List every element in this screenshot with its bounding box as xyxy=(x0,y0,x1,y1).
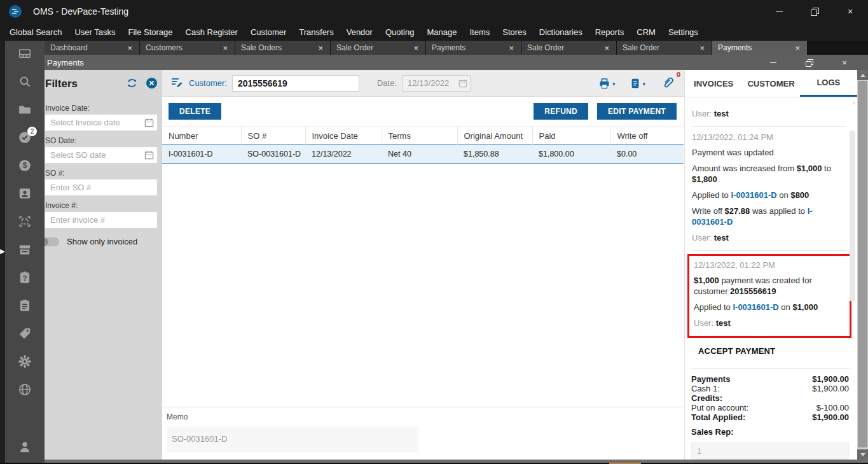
settings-gear-icon[interactable] xyxy=(18,355,32,369)
help-clipboard-icon[interactable]: ? xyxy=(18,271,32,285)
menu-item-global-search[interactable]: Global Search xyxy=(3,27,68,37)
tab-sale-order-3[interactable]: Sale Order× xyxy=(617,41,712,55)
export-dropdown-caret-icon[interactable]: ▾ xyxy=(642,81,645,90)
tab-close-icon[interactable]: × xyxy=(604,43,616,53)
tasks-check-icon[interactable]: 2 xyxy=(18,130,32,144)
vertical-scrollbar-thumb[interactable] xyxy=(858,81,867,447)
invoice-link[interactable]: I-0031601-D xyxy=(731,190,776,200)
log-entry: User: test xyxy=(692,97,846,127)
orders-clipboard-icon[interactable] xyxy=(18,299,32,313)
globe-icon[interactable] xyxy=(18,383,32,397)
panel-expander-arrow-icon[interactable]: ▶ xyxy=(0,248,5,255)
column-header-paid[interactable]: Paid xyxy=(532,127,610,145)
cell-so-link[interactable]: SO-0031601-D xyxy=(241,145,305,164)
menu-item-settings[interactable]: Settings xyxy=(662,27,705,37)
tab-invoices[interactable]: INVOICES xyxy=(685,70,742,97)
menu-item-user-tasks[interactable]: User Tasks xyxy=(68,27,121,37)
user-profile-icon[interactable] xyxy=(18,440,32,454)
tab-customers[interactable]: Customers× xyxy=(140,41,235,55)
dashboard-icon[interactable] xyxy=(18,46,32,60)
menu-item-manage[interactable]: Manage xyxy=(420,27,463,37)
logs-scroll-up-icon[interactable]: ^ xyxy=(852,101,855,108)
tab-close-icon[interactable]: × xyxy=(223,43,235,53)
tab-customer[interactable]: CUSTOMER xyxy=(742,70,799,97)
menu-item-items[interactable]: Items xyxy=(463,27,496,37)
vertical-scrollbar[interactable] xyxy=(857,70,868,460)
column-header-write-off[interactable]: Write off xyxy=(610,127,684,145)
menu-item-crm[interactable]: CRM xyxy=(630,27,662,37)
column-header-invoice-date[interactable]: Invoice Date xyxy=(305,127,382,145)
scroll-up-arrow-icon[interactable] xyxy=(857,70,868,80)
menu-item-cash-register[interactable]: Cash Register xyxy=(179,27,244,37)
memo-input[interactable]: SO-0031601-D xyxy=(167,426,418,453)
menu-item-reports[interactable]: Reports xyxy=(589,27,631,37)
summary-row-payments: Payments $1,900.00 xyxy=(691,374,849,384)
column-header-number[interactable]: Number xyxy=(162,127,241,145)
menu-item-vendor[interactable]: Vendor xyxy=(340,27,379,37)
tab-logs[interactable]: LOGS xyxy=(800,70,857,97)
log-entry: 12/13/2022, 01:22 PM$1,000 payment was c… xyxy=(687,254,851,338)
customer-input[interactable] xyxy=(232,75,359,92)
right-panel: INVOICES CUSTOMER LOGS ^ User: test12/13… xyxy=(684,70,857,460)
tab-sale-orders[interactable]: Sale Orders× xyxy=(235,41,330,55)
menu-item-stores[interactable]: Stores xyxy=(496,27,533,37)
tab-sale-order-1[interactable]: Sale Order× xyxy=(331,41,425,55)
invoice-table-row[interactable]: I-0031601-D SO-0031601-D 12/13/2022 Net … xyxy=(162,145,684,164)
logs-scrollbar-thumb[interactable] xyxy=(850,130,855,301)
calendar-icon[interactable] xyxy=(144,118,154,129)
export-document-button[interactable]: ▾ xyxy=(630,77,645,90)
memo-edit-icon[interactable] xyxy=(170,76,183,90)
tab-payments-1[interactable]: Payments× xyxy=(426,41,521,55)
customers-person-icon[interactable] xyxy=(18,186,32,200)
filters-close-icon[interactable] xyxy=(146,77,158,91)
window-restore-button[interactable] xyxy=(797,0,832,23)
tab-dashboard[interactable]: Dashboard× xyxy=(45,41,139,55)
show-only-invoiced-toggle[interactable] xyxy=(45,237,59,246)
column-header-so[interactable]: SO # xyxy=(241,127,305,145)
menu-item-file-storage[interactable]: File Storage xyxy=(121,27,179,37)
scan-icon[interactable] xyxy=(18,214,32,228)
window-minimize-button[interactable] xyxy=(761,0,797,23)
menu-item-customer[interactable]: Customer xyxy=(244,27,293,37)
tab-close-icon[interactable]: × xyxy=(699,43,712,53)
menu-item-dictionaries[interactable]: Dictionaries xyxy=(533,27,589,37)
delete-button[interactable]: DELETE xyxy=(169,103,221,120)
search-icon[interactable] xyxy=(18,74,32,88)
print-button[interactable]: ▾ xyxy=(598,77,616,90)
tab-close-icon[interactable]: × xyxy=(509,43,521,53)
store-icon[interactable] xyxy=(18,243,32,257)
refresh-icon[interactable] xyxy=(126,77,138,91)
tab-close-icon[interactable]: × xyxy=(795,43,807,53)
calendar-icon[interactable] xyxy=(144,150,154,162)
edit-payment-button[interactable]: EDIT PAYMENT xyxy=(597,103,677,120)
refund-button[interactable]: REFUND xyxy=(534,103,588,120)
inner-minimize-button[interactable] xyxy=(766,62,780,63)
filter-so-number-input[interactable] xyxy=(45,179,157,195)
filter-invoice-date-input[interactable] xyxy=(45,115,157,130)
file-storage-folder-icon[interactable] xyxy=(18,102,32,116)
column-header-original-amount[interactable]: Original Amount xyxy=(457,127,532,145)
tab-sale-order-2[interactable]: Sale Order× xyxy=(521,41,616,55)
filter-so-date-input[interactable] xyxy=(45,147,157,163)
filter-invoice-number-input[interactable] xyxy=(45,212,157,228)
payments-dollar-icon[interactable]: $ xyxy=(18,158,32,172)
invoice-link[interactable]: I-0031601-D xyxy=(733,302,778,312)
attachments-button[interactable]: 0 xyxy=(661,75,675,91)
tab-close-icon[interactable]: × xyxy=(127,43,139,53)
menu-item-transfers[interactable]: Transfers xyxy=(293,27,340,37)
tag-icon[interactable] xyxy=(18,327,32,341)
window-close-button[interactable]: × xyxy=(832,0,868,23)
scroll-down-arrow-icon[interactable] xyxy=(857,449,868,460)
tab-payments-active[interactable]: Payments× xyxy=(712,41,807,55)
payment-date-field xyxy=(402,75,471,92)
inner-window-title: Payments xyxy=(45,58,84,67)
menu-item-quoting[interactable]: Quoting xyxy=(379,27,421,37)
inner-restore-button[interactable] xyxy=(802,59,816,66)
column-header-terms[interactable]: Terms xyxy=(382,127,457,145)
inner-close-button[interactable]: × xyxy=(837,58,851,67)
tab-close-icon[interactable]: × xyxy=(413,43,425,53)
tab-close-icon[interactable]: × xyxy=(318,43,330,53)
accept-payment-button[interactable]: ACCEPT PAYMENT xyxy=(685,338,857,357)
print-dropdown-caret-icon[interactable]: ▾ xyxy=(612,81,616,90)
sales-rep-input[interactable] xyxy=(691,442,849,460)
